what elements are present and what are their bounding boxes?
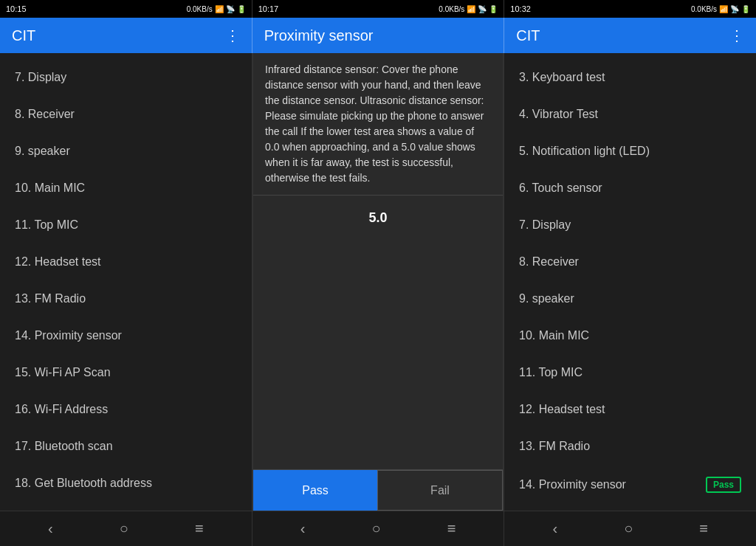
middle-recents-button[interactable]: ≡ [447, 520, 456, 537]
middle-network: 0.0KB/s [439, 5, 464, 13]
right-home-button[interactable]: ○ [624, 520, 633, 537]
middle-back-button[interactable]: ‹ [300, 520, 306, 537]
left-status-icons: 0.0KB/s 📶 📡 🔋 [187, 5, 246, 13]
list-item[interactable]: 17. Bluetooth scan [0, 428, 252, 465]
list-item[interactable]: 9. speaker [0, 133, 252, 170]
list-item[interactable]: 10. Main MIC [504, 317, 756, 354]
left-time: 10:15 [6, 4, 27, 13]
list-item[interactable]: 7. Display [504, 207, 756, 243]
list-item-label: 10. Main MIC [15, 182, 85, 195]
list-item-label: 12. Headset test [519, 403, 605, 416]
list-item-label: 16. Wi-Fi Address [15, 403, 108, 416]
list-item-label: 3. Keyboard test [519, 71, 605, 84]
right-menu-button[interactable]: ⋮ [729, 27, 744, 44]
middle-app-bar: Proximity sensor [252, 18, 504, 53]
left-app-title: CIT [12, 27, 35, 44]
list-item-label: 13. FM Radio [519, 440, 590, 453]
list-item[interactable]: 18. Get Bluetooth address [0, 465, 252, 502]
status-bars: 10:15 0.0KB/s 📶 📡 🔋 10:17 0.0KB/s 📶 📡 🔋 … [0, 0, 756, 18]
middle-app-title: Proximity sensor [264, 27, 374, 44]
list-item[interactable]: 15. Wi-Fi AP Scan [0, 354, 252, 391]
list-item[interactable]: 8. Receiver [504, 243, 756, 280]
left-signal-icon: 📶 [215, 5, 224, 13]
list-item[interactable]: 14. Proximity sensorPass [504, 465, 756, 505]
right-status-bar: 10:32 0.0KB/s 📶 📡 🔋 [504, 0, 756, 18]
list-item-label: 9. speaker [15, 145, 70, 158]
list-item-label: 7. Display [519, 218, 571, 232]
list-item[interactable]: 12. Headset test [504, 391, 756, 428]
list-item[interactable]: 5. Notification light (LED) [504, 133, 756, 170]
middle-status-icons: 0.0KB/s 📶 📡 🔋 [439, 5, 498, 13]
list-item[interactable]: 3. Keyboard test [504, 59, 756, 96]
list-item-label: 9. speaker [519, 292, 574, 305]
middle-signal-icon: 📶 [467, 5, 475, 13]
list-item[interactable]: 9. speaker [504, 280, 756, 317]
fail-button[interactable]: Fail [377, 470, 503, 511]
list-item[interactable]: 16. Wi-Fi Address [0, 391, 252, 428]
list-item-label: 17. Bluetooth scan [15, 440, 113, 453]
pass-button[interactable]: Pass [253, 470, 377, 511]
list-item-label: 7. Display [15, 71, 66, 84]
left-back-button[interactable]: ‹ [48, 520, 53, 537]
left-recents-button[interactable]: ≡ [195, 520, 204, 537]
app-bars: CIT ⋮ Proximity sensor CIT ⋮ [0, 18, 756, 53]
left-panel: 7. Display8. Receiver9. speaker10. Main … [0, 53, 252, 511]
left-menu-button[interactable]: ⋮ [225, 27, 240, 44]
list-item-label: 12. Headset test [15, 255, 101, 269]
list-item-label: 11. Top MIC [15, 218, 78, 232]
middle-time: 10:17 [258, 4, 279, 13]
list-item[interactable]: 7. Display [0, 59, 252, 96]
proximity-description: Infrared distance sensor: Cover the phon… [253, 53, 503, 196]
list-item-label: 15. Wi-Fi AP Scan [15, 366, 111, 379]
list-item-label: 6. Touch sensor [519, 182, 602, 195]
list-item[interactable]: 13. FM Radio [0, 280, 252, 317]
left-network: 0.0KB/s [187, 5, 213, 13]
middle-nav-bar: ‹ ○ ≡ [252, 511, 504, 546]
list-item-label: 14. Proximity sensor [519, 478, 626, 491]
sensor-value-area: 5.0 [253, 196, 503, 469]
right-network: 0.0KB/s [691, 5, 717, 13]
list-item[interactable]: 14. Proximity sensor [0, 317, 252, 354]
sensor-value: 5.0 [368, 210, 387, 226]
list-item[interactable]: 8. Receiver [0, 96, 252, 133]
pass-badge: Pass [706, 477, 741, 493]
right-back-button[interactable]: ‹ [552, 520, 557, 537]
left-nav-bar: ‹ ○ ≡ [0, 511, 252, 546]
action-buttons: Pass Fail [253, 469, 503, 511]
right-panel: 3. Keyboard test4. Vibrator Test5. Notif… [504, 53, 756, 511]
list-item[interactable]: 13. FM Radio [504, 428, 756, 465]
list-item-label: 10. Main MIC [519, 329, 589, 342]
right-status-icons: 0.0KB/s 📶 📡 🔋 [691, 5, 750, 13]
left-battery-icon: 🔋 [237, 5, 246, 13]
right-time: 10:32 [510, 4, 531, 13]
right-battery-icon: 🔋 [741, 5, 750, 13]
left-app-bar: CIT ⋮ [0, 18, 252, 53]
right-app-title: CIT [516, 27, 540, 44]
nav-bars: ‹ ○ ≡ ‹ ○ ≡ ‹ ○ ≡ [0, 511, 756, 546]
right-recents-button[interactable]: ≡ [699, 520, 708, 537]
left-status-bar: 10:15 0.0KB/s 📶 📡 🔋 [0, 0, 252, 18]
list-item[interactable]: 6. Touch sensor [504, 170, 756, 207]
right-app-bar: CIT ⋮ [504, 18, 756, 53]
list-item-label: 4. Vibrator Test [519, 108, 598, 121]
left-wifi-icon: 📡 [226, 5, 235, 13]
middle-home-button[interactable]: ○ [371, 520, 380, 537]
middle-wifi-icon: 📡 [478, 5, 487, 13]
list-item[interactable]: 11. Top MIC [0, 207, 252, 243]
right-wifi-icon: 📡 [730, 5, 739, 13]
middle-battery-icon: 🔋 [489, 5, 498, 13]
list-item-label: 13. FM Radio [15, 292, 86, 305]
list-item-label: 18. Get Bluetooth address [15, 477, 152, 490]
list-item[interactable]: 10. Main MIC [0, 170, 252, 207]
right-nav-bar: ‹ ○ ≡ [504, 511, 756, 546]
content-area: 7. Display8. Receiver9. speaker10. Main … [0, 53, 756, 511]
list-item-label: 11. Top MIC [519, 366, 583, 379]
left-home-button[interactable]: ○ [120, 520, 128, 537]
proximity-description-text: Infrared distance sensor: Cover the phon… [265, 63, 484, 184]
list-item-label: 5. Notification light (LED) [519, 145, 650, 158]
list-item[interactable]: 4. Vibrator Test [504, 96, 756, 133]
middle-status-bar: 10:17 0.0KB/s 📶 📡 🔋 [252, 0, 504, 18]
list-item[interactable]: 12. Headset test [0, 243, 252, 280]
right-signal-icon: 📶 [719, 5, 728, 13]
list-item[interactable]: 11. Top MIC [504, 354, 756, 391]
